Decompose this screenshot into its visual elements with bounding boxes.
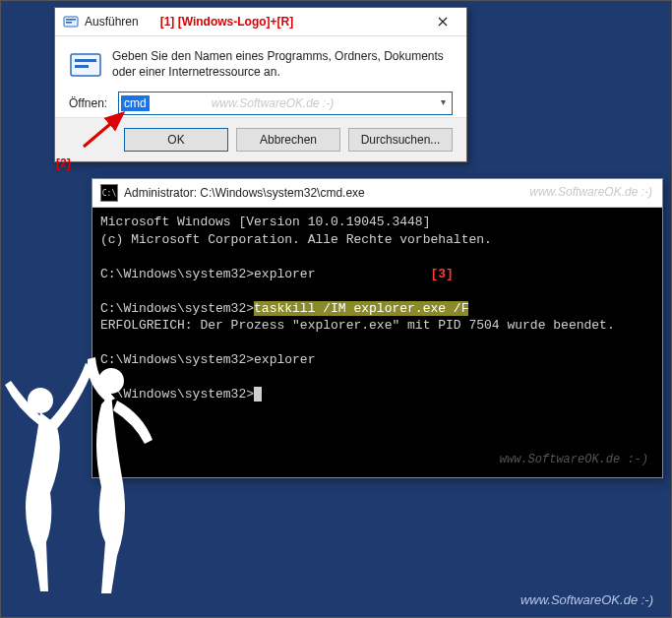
- cmd-text: explorer: [254, 352, 315, 367]
- cmd-title-watermark: www.SoftwareOK.de :-): [529, 185, 652, 199]
- cmd-icon: C:\: [100, 184, 118, 202]
- desktop-watermark: www.SoftwareOK.de :-): [520, 592, 653, 607]
- cmd-line: (c) Microsoft Corporation. Alle Rechte v…: [100, 232, 492, 247]
- cmd-line: Microsoft Windows [Version 10.0.19045.34…: [100, 215, 430, 229]
- run-dialog: Ausführen [1] [Windows-Logo]+[R] Geben S…: [54, 7, 467, 162]
- input-watermark: www.SoftwareOK.de :-): [119, 93, 426, 114]
- cmd-highlight: taskkill /IM explorer.exe /F: [254, 301, 468, 316]
- cmd-titlebar[interactable]: C:\ Administrator: C:\Windows\system32\c…: [92, 179, 662, 208]
- svg-rect-4: [75, 59, 96, 62]
- cmd-prompt: C:\Windows\system32>: [100, 301, 254, 316]
- svg-point-7: [28, 388, 53, 413]
- cmd-title-text: Administrator: C:\Windows\system32\cmd.e…: [124, 186, 365, 200]
- browse-button[interactable]: Durchsuchen...: [348, 128, 453, 152]
- cancel-button[interactable]: Abbrechen: [236, 128, 340, 152]
- run-program-icon: [69, 48, 102, 82]
- cmd-prompt: C:\Windows\system32>: [100, 387, 254, 402]
- close-button[interactable]: [421, 9, 464, 34]
- open-label: Öffnen:: [69, 96, 118, 110]
- run-body: Geben Sie den Namen eines Programms, Ord…: [55, 36, 466, 86]
- svg-rect-1: [66, 19, 76, 21]
- cmd-body[interactable]: Microsoft Windows [Version 10.0.19045.34…: [92, 208, 662, 477]
- run-titlebar[interactable]: Ausführen [1] [Windows-Logo]+[R]: [55, 8, 466, 36]
- open-input-value: cmd: [121, 95, 150, 111]
- run-title: Ausführen: [85, 15, 139, 29]
- annotation-2: [2]: [56, 156, 71, 170]
- run-input-row: Öffnen: cmd www.SoftwareOK.de :-) ▾: [55, 86, 466, 117]
- svg-rect-5: [75, 65, 89, 68]
- annotation-1: [1] [Windows-Logo]+[R]: [160, 15, 294, 29]
- chevron-down-icon[interactable]: ▾: [441, 96, 446, 107]
- cmd-prompt: C:\Windows\system32>: [100, 267, 254, 281]
- cmd-prompt: C:\Windows\system32>: [100, 352, 254, 367]
- cmd-text: explorer: [254, 267, 315, 281]
- run-description: Geben Sie den Namen eines Programms, Ord…: [112, 48, 453, 82]
- cursor-icon: [254, 387, 262, 402]
- annotation-3: [3]: [430, 267, 453, 281]
- close-icon: [438, 17, 448, 27]
- cmd-window: C:\ Administrator: C:\Windows\system32\c…: [92, 178, 663, 478]
- cmd-body-watermark: www.SoftwareOK.de :-): [500, 452, 648, 467]
- run-buttons: OK Abbrechen Durchsuchen...: [55, 117, 466, 161]
- open-combobox[interactable]: cmd www.SoftwareOK.de :-) ▾: [118, 92, 453, 115]
- cmd-line: ERFOLGREICH: Der Prozess "explorer.exe" …: [100, 318, 615, 333]
- run-icon: [63, 14, 79, 30]
- svg-rect-2: [66, 22, 72, 24]
- ok-button[interactable]: OK: [124, 128, 228, 152]
